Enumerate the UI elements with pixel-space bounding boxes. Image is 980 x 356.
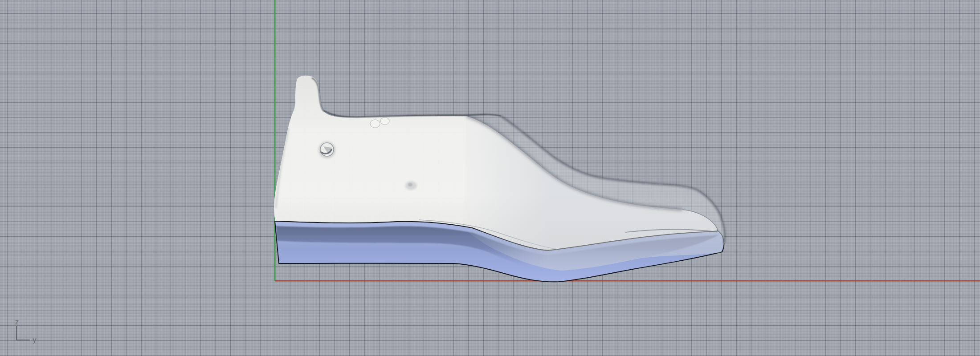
vamp-dimple <box>405 181 417 190</box>
shoe-model[interactable] <box>274 76 725 282</box>
cad-viewport[interactable]: z y <box>0 0 980 356</box>
gizmo-z-label: z <box>15 318 19 326</box>
upper-shell[interactable] <box>463 114 725 271</box>
axis-gizmo <box>16 326 30 340</box>
heel-eyelet[interactable] <box>318 142 335 158</box>
viewport-canvas[interactable]: z y <box>0 0 980 356</box>
gizmo-y-label: y <box>33 336 37 344</box>
